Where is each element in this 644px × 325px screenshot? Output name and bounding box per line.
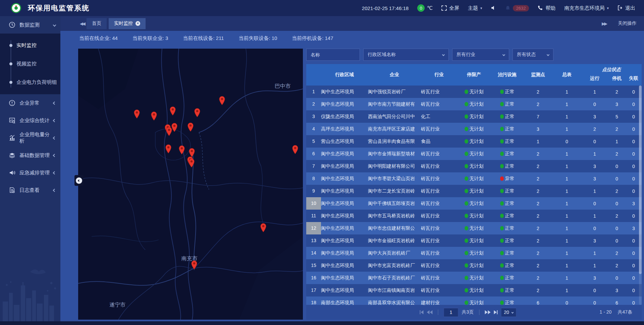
table-scrollbar[interactable] [639,86,642,305]
chevron-down-icon: ▾ [480,6,482,10]
cell-meters: 1 [552,213,581,219]
table-row[interactable]: 11阆中生态环境局阆中市五马桥页岩机砖砖瓦行业无计划正常21120 [306,210,642,222]
sidebar-item-视频监控[interactable]: 视频监控 [0,55,60,73]
sidebar-item-label: 实时监控 [16,42,37,49]
cell-facility-status: 正常 [491,126,524,132]
cell-facility-status: 异常 [491,176,524,182]
map-pin[interactable] [218,96,225,107]
fullscreen-button[interactable]: 全屏 [441,5,459,11]
cell-points: 2 [524,275,552,281]
sidebar-group-企业综合统计[interactable]: 企业综合统计 [0,112,60,129]
cell-company: 阆中市石子页岩机砖厂 [368,275,421,281]
map-pin[interactable] [169,106,176,117]
region-select[interactable]: 行政区域名称 [363,49,449,61]
logout-button[interactable]: 退出 [618,5,635,11]
tabs-scroll-right-icon[interactable]: ▶▶ [602,21,606,26]
table-row[interactable]: 6阆中生态环境局阆中市金博瑞新型墙材砖瓦行业无计划正常21120 [306,148,642,160]
cell-run: 0 [581,300,608,305]
table-row[interactable]: 18南部生态环境局南部县双华水泥有限公建材行业无计划正常60060 [306,296,642,305]
temperature: 0 ℃ [417,4,433,12]
table-row[interactable]: 1阆中生态环境局阆中强锐页岩砖厂砖瓦行业无计划正常21120 [306,86,642,98]
name-search-field[interactable] [306,49,360,61]
map-pin[interactable] [165,144,172,155]
cell-limit-status: 无计划 [457,201,491,207]
notifications-button[interactable]: 2632 [505,5,529,11]
map-pin[interactable] [188,158,195,169]
page-number-input[interactable]: 1 [444,308,459,317]
first-page-button[interactable] [420,310,424,314]
tab-label: 实时监控 [114,20,133,26]
table-row[interactable]: 17阆中生态环境局阆中市江南镇阆南页岩砖瓦行业无计划正常21030 [306,284,642,296]
tab-首页[interactable]: 首页 [87,18,107,29]
cell-facility-status: 正常 [491,163,524,169]
cell-meters: 1 [552,102,581,107]
tab-实时监控[interactable]: 实时监控✕ [109,18,146,29]
user-dropdown[interactable]: 南充市生态环境局▾ [564,5,609,11]
table-row[interactable]: 10阆中生态环境局阆中千佛镇五郎垭页岩砖瓦行业无计划正常21003 [306,197,642,210]
sidebar-group-企业异常[interactable]: 企业异常 [0,94,60,112]
cell-meters: 1 [552,275,581,281]
status-dot-green [500,263,504,268]
cell-limit-status: 无计划 [457,176,491,182]
layers-icon [9,152,15,159]
cell-industry: 砖瓦行业 [421,176,457,182]
table-row[interactable]: 4高坪生态环境局南充市高坪区王家店建砖瓦行业无计划正常31220 [306,123,642,135]
chevron-down-icon [442,53,445,56]
table-row[interactable]: 12阆中生态环境局阆中市忠信建材有限公砖瓦行业无计划正常21003 [306,222,642,234]
table-row[interactable]: 5营山生态环境局营山县润丰肉食品有限食品无计划正常10010 [306,135,642,148]
map-pin[interactable] [291,145,299,156]
sidebar-item-实时监控[interactable]: 实时监控 [0,36,60,55]
page-size-select[interactable]: 20 [501,308,517,317]
mute-button[interactable] [491,5,496,11]
table-row[interactable]: 2阆中生态环境局阆中市南方节能建材有砖瓦行业无计划正常21030 [306,98,642,110]
map-pin[interactable] [150,111,157,122]
sidebar-group-数据监测[interactable]: 数据监测 [0,16,60,34]
cell-run: 3 [581,176,608,181]
help-button[interactable]: 帮助 [538,5,555,11]
theme-dropdown[interactable]: 主题▾ [468,5,482,11]
table-row[interactable]: 9阆中生态环境局阆中市二龙长宝页岩砖砖瓦行业无计划正常21120 [306,185,642,197]
table-row[interactable]: 8阆中生态环境局阆中市枣碧大梁山页岩砖瓦行业无计划异常21300 [306,172,642,185]
map-pin[interactable] [178,145,185,156]
app-title: 环保用电监管系统 [28,3,90,13]
table-row[interactable]: 14阆中生态环境局阆中大兴页岩机砖厂砖瓦行业无计划正常21120 [306,247,642,259]
table-row[interactable]: 15阆中生态环境局阆中市光富页岩机砖厂砖瓦行业无计划正常21120 [306,259,642,272]
status-dot-green [500,90,504,94]
sidebar-item-企业电力负荷明细[interactable]: 企业电力负荷明细 [0,73,60,92]
map[interactable]: 巴中市南充市遂宁市 [78,49,303,320]
sidebar-collapse-handle[interactable] [74,175,83,186]
sidebar-group-应急减排管理[interactable]: 应急减排管理 [0,164,60,181]
table-row[interactable]: 13阆中生态环境局阆中市金福旺页岩机砖砖瓦行业无计划正常21300 [306,234,642,247]
map-pin[interactable] [165,126,172,138]
name-search-input[interactable] [311,52,356,57]
cell-stop: 2 [608,126,626,132]
stat-当前失联企业: 当前失联企业:3 [132,35,168,42]
table-row[interactable]: 7阆中生态环境局阆中明阳建材有限公司砖瓦行业无计划正常21300 [306,160,642,172]
industry-select[interactable]: 所有行业 [452,49,509,61]
cell-company: 阆中市光富页岩机砖厂 [368,263,421,269]
sidebar-group-日志查看[interactable]: 日志查看 [0,181,60,199]
stat-label: 当前失联设备: [238,35,270,41]
status-select[interactable]: 所有状态 [513,49,553,61]
sidebar-group-基础数据管理[interactable]: 基础数据管理 [0,147,60,164]
map-pin[interactable] [194,108,201,119]
table-row[interactable]: 3仪陇生态环境局西南油气田分公司川中化工无计划正常71350 [306,110,642,123]
sidebar-group-label: 基础数据管理 [19,152,50,159]
prev-page-button[interactable] [427,310,433,314]
sidebar-group-企业用电量分析[interactable]: 企业用电量分析 [0,129,60,147]
cell-industry: 砖瓦行业 [421,250,457,256]
tabs-scroll-left-icon[interactable]: ◀◀ [80,21,85,26]
table-row[interactable]: 16阆中生态环境局阆中市石子页岩机砖厂砖瓦行业无计划正常21300 [306,272,642,284]
status-dot-green [465,238,468,243]
sidebar: 数据监测实时监控视频监控企业电力负荷明细企业异常企业综合统计企业用电量分析基础数… [0,16,60,325]
close-icon[interactable]: ✕ [136,21,140,26]
map-pin[interactable] [187,122,194,133]
next-page-button[interactable] [485,310,490,314]
last-page-button[interactable] [494,310,497,314]
close-operations-button[interactable]: 关闭操作 [618,20,637,26]
map-pin[interactable] [191,260,198,271]
map-pin[interactable] [133,109,140,120]
cell-run: 1 [581,251,608,256]
map-pin[interactable] [260,223,267,234]
status-dot-green [465,127,468,131]
